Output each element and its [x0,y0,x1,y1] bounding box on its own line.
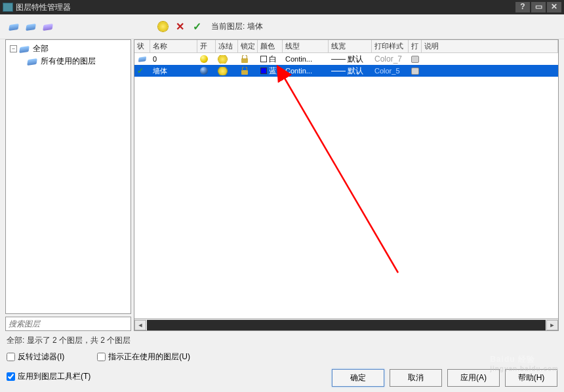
grid-header: 状 名称 开 冻结 锁定 颜色 线型 线宽 打印样式 打 说明 [134,40,558,53]
col-plotstyle[interactable]: 打印样式 [372,40,409,52]
tree-child-label: 所有使用的图层 [41,56,96,67]
layers-icon [27,57,39,66]
sun-icon[interactable] [218,67,227,75]
toolbar: ✕ ✓ 当前图层: 墙体 [0,14,564,39]
cell-plotstyle: Color_7 [372,54,409,64]
cell-lineweight[interactable]: 默认 [329,66,372,77]
filter-tree[interactable]: − 全部 所有使用的图层 [5,39,131,314]
cell-color[interactable]: 蓝 [258,66,283,77]
printer-icon[interactable] [411,56,419,63]
window-title: 图层特性管理器 [16,2,515,13]
col-plot[interactable]: 打 [409,40,422,52]
col-color[interactable]: 颜色 [258,40,283,52]
printer-icon[interactable] [411,68,419,75]
layer-states-icon[interactable] [42,21,55,33]
lock-icon[interactable] [241,55,249,63]
apply-toolbar-checkbox[interactable]: 应用到图层工具栏(T) [7,371,91,382]
col-linetype[interactable]: 线型 [283,40,329,52]
cancel-button[interactable]: 取消 [390,369,442,387]
table-row[interactable]: ✓ 墙体 蓝 Contin... 默认 Color_5 [134,65,558,77]
layers-icon [19,45,31,54]
expander-icon[interactable]: − [10,45,17,52]
cell-lineweight[interactable]: 默认 [329,54,372,65]
help-button[interactable]: ? [515,2,530,12]
col-lock[interactable]: 锁定 [238,40,258,52]
new-layer-icon[interactable] [156,21,169,33]
horizontal-scrollbar[interactable]: ◄ ► [134,319,559,331]
cell-linetype[interactable]: Contin... [283,55,329,63]
table-row[interactable]: 0 白 Contin... 默认 Color_7 [134,53,558,65]
close-button[interactable]: ✕ [547,2,561,12]
bulb-on-icon[interactable] [200,55,208,63]
cell-linetype[interactable]: Contin... [283,67,329,75]
tree-node-used-layers[interactable]: 所有使用的图层 [9,55,128,68]
app-icon [3,3,13,12]
titlebar: 图层特性管理器 ? ▭ ✕ [0,0,564,14]
new-filter-icon[interactable] [8,21,21,33]
col-freeze[interactable]: 冻结 [216,40,238,52]
current-check-icon: ✓ [137,66,144,75]
scroll-left-arrow[interactable]: ◄ [134,320,146,330]
color-swatch [260,56,267,62]
scroll-right-arrow[interactable]: ► [546,320,558,330]
set-current-icon[interactable]: ✓ [190,21,203,33]
status-line: 全部: 显示了 2 个图层，共 2 个图层 [7,335,557,346]
ok-button[interactable]: 确定 [332,369,384,387]
scroll-track[interactable] [147,320,546,330]
delete-layer-icon[interactable]: ✕ [173,21,186,33]
col-lineweight[interactable]: 线宽 [329,40,372,52]
col-desc[interactable]: 说明 [422,40,558,52]
help-button[interactable]: 帮助(H) [505,369,557,387]
current-layer-display: 当前图层: 墙体 [211,21,263,32]
col-status[interactable]: 状 [134,40,150,52]
apply-button[interactable]: 应用(A) [447,369,500,387]
col-on[interactable]: 开 [197,40,216,52]
new-group-filter-icon[interactable] [25,21,38,33]
col-name[interactable]: 名称 [150,40,197,52]
color-swatch [260,68,267,74]
cell-plotstyle: Color_5 [372,67,409,75]
tree-root-all[interactable]: − 全部 [9,43,128,55]
invert-filter-checkbox[interactable]: 反转过滤器(I) [7,351,64,363]
status-icon [138,55,147,62]
bulb-on-icon[interactable] [200,67,208,75]
cell-color[interactable]: 白 [258,54,283,65]
sun-icon[interactable] [218,55,227,64]
cell-name[interactable]: 墙体 [150,66,197,76]
indicate-in-use-checkbox[interactable]: 指示正在使用的图层(U) [97,351,190,363]
search-input[interactable] [5,317,131,331]
cell-name[interactable]: 0 [150,55,197,63]
maximize-button[interactable]: ▭ [531,2,546,12]
lock-icon[interactable] [241,67,249,75]
layer-grid[interactable]: 状 名称 开 冻结 锁定 颜色 线型 线宽 打印样式 打 说明 0 [134,39,559,319]
tree-root-label: 全部 [33,43,49,54]
